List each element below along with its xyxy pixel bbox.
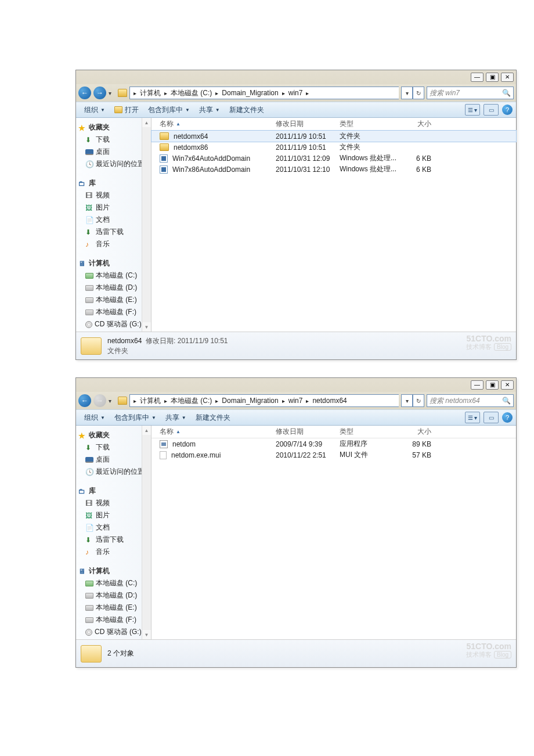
- sidebar-item-thunder[interactable]: ⬇迅雷下载: [78, 534, 149, 546]
- minimize-button[interactable]: —: [471, 380, 484, 390]
- column-header-size[interactable]: 大小: [396, 427, 437, 437]
- computer-header[interactable]: 🖥计算机: [78, 565, 149, 577]
- organize-menu[interactable]: 组织▼: [80, 105, 110, 115]
- breadcrumb[interactable]: ▸ 计算机 ▸ 本地磁盘 (C:) ▸ Domain_Migration ▸ w…: [129, 394, 399, 407]
- include-in-library-menu[interactable]: 包含到库中▼: [110, 413, 161, 423]
- sidebar-item-documents[interactable]: 📄文档: [78, 214, 149, 226]
- organize-menu[interactable]: 组织▼: [80, 413, 110, 423]
- library-header[interactable]: 🗀库: [78, 177, 149, 189]
- sidebar-item-cd-drive-g[interactable]: CD 驱动器 (G:): [78, 318, 149, 330]
- help-button[interactable]: ?: [502, 105, 513, 115]
- sidebar-item-documents[interactable]: 📄文档: [78, 521, 149, 534]
- sidebar-item-thunder[interactable]: ⬇迅雷下载: [78, 226, 149, 238]
- file-row[interactable]: netdom 2009/7/14 9:39 应用程序 89 KB: [151, 438, 516, 449]
- computer-header[interactable]: 🖥计算机: [78, 257, 149, 269]
- share-menu[interactable]: 共享▼: [161, 413, 191, 423]
- favorites-header[interactable]: ★收藏夹: [78, 121, 149, 134]
- folder-icon: [118, 397, 127, 405]
- sidebar-item-videos[interactable]: 🎞视频: [78, 189, 149, 201]
- maximize-button[interactable]: ▣: [486, 73, 499, 82]
- sidebar-item-music[interactable]: ♪音乐: [78, 546, 149, 558]
- back-button[interactable]: ←: [78, 394, 91, 407]
- include-in-library-menu[interactable]: 包含到库中▼: [143, 105, 194, 115]
- watermark: 51CTO.com 技术博客Blog: [466, 334, 511, 351]
- file-row[interactable]: Win7x86AutoAddDomain 2011/10/31 12:10 Wi…: [151, 164, 516, 175]
- favorites-header[interactable]: ★收藏夹: [78, 429, 149, 441]
- sidebar-item-drive-e[interactable]: 本地磁盘 (E:): [78, 294, 149, 306]
- preview-pane-button[interactable]: ▭: [484, 412, 499, 423]
- preview-pane-button[interactable]: ▭: [484, 104, 499, 116]
- recent-icon: 🕓: [85, 468, 93, 476]
- close-button[interactable]: ✕: [501, 380, 514, 390]
- forward-button[interactable]: →: [93, 87, 106, 99]
- column-header-date[interactable]: 修改日期: [276, 119, 340, 129]
- sidebar-item-drive-d[interactable]: 本地磁盘 (D:): [78, 589, 149, 602]
- sidebar-item-videos[interactable]: 🎞视频: [78, 497, 149, 509]
- crumb-computer[interactable]: 计算机: [138, 88, 163, 98]
- column-header-name[interactable]: 名称▲: [154, 427, 276, 437]
- sidebar-item-drive-c[interactable]: 本地磁盘 (C:): [78, 269, 149, 282]
- sidebar-item-pictures[interactable]: 🖼图片: [78, 509, 149, 521]
- drive-icon: [85, 273, 93, 279]
- sidebar-item-desktop[interactable]: 桌面: [78, 453, 149, 466]
- sidebar-item-desktop[interactable]: 桌面: [78, 146, 149, 158]
- new-folder-button[interactable]: 新建文件夹: [191, 413, 235, 423]
- column-header-date[interactable]: 修改日期: [276, 427, 340, 437]
- scroll-up-icon[interactable]: ▲: [142, 118, 151, 127]
- view-mode-button[interactable]: ☰ ▾: [465, 104, 480, 116]
- search-input[interactable]: 搜索 netdomx64 🔍: [427, 394, 514, 407]
- column-header-type[interactable]: 类型: [340, 119, 396, 129]
- crumb-netdomx64[interactable]: netdomx64: [310, 397, 349, 405]
- file-row[interactable]: netdom.exe.mui 2010/11/22 2:51 MUI 文件 57…: [151, 449, 516, 460]
- crumb-win7[interactable]: win7: [286, 397, 305, 405]
- address-dropdown-button[interactable]: ▾: [401, 87, 413, 99]
- help-button[interactable]: ?: [502, 412, 513, 423]
- refresh-button[interactable]: ↻: [413, 87, 424, 99]
- sidebar-item-downloads[interactable]: ⬇下载: [78, 441, 149, 453]
- scroll-down-icon[interactable]: ▼: [142, 630, 151, 639]
- address-dropdown-button[interactable]: ▾: [401, 394, 413, 407]
- nav-scrollbar[interactable]: ▲ ▼: [142, 426, 151, 639]
- sidebar-item-drive-f[interactable]: 本地磁盘 (F:): [78, 614, 149, 626]
- column-header-type[interactable]: 类型: [340, 427, 396, 437]
- maximize-button[interactable]: ▣: [486, 380, 499, 390]
- open-button[interactable]: 打开: [110, 105, 143, 115]
- file-row[interactable]: netdomx86 2011/11/9 10:51 文件夹: [151, 142, 516, 153]
- column-header-name[interactable]: 名称▲: [154, 119, 276, 129]
- new-folder-button[interactable]: 新建文件夹: [225, 105, 269, 115]
- sidebar-item-recent[interactable]: 🕓最近访问的位置: [78, 466, 149, 478]
- sidebar-item-pictures[interactable]: 🖼图片: [78, 201, 149, 214]
- breadcrumb[interactable]: ▸ 计算机 ▸ 本地磁盘 (C:) ▸ Domain_Migration ▸ w…: [129, 87, 399, 99]
- close-button[interactable]: ✕: [501, 73, 514, 82]
- view-mode-button[interactable]: ☰ ▾: [465, 412, 480, 423]
- sidebar-item-cd-drive-g[interactable]: CD 驱动器 (G:): [78, 626, 149, 638]
- sidebar-item-downloads[interactable]: ⬇下载: [78, 134, 149, 146]
- sidebar-item-recent[interactable]: 🕓最近访问的位置: [78, 158, 149, 170]
- nav-history-dropdown[interactable]: ▾: [109, 90, 116, 96]
- sidebar-item-drive-c[interactable]: 本地磁盘 (C:): [78, 577, 149, 589]
- scroll-down-icon[interactable]: ▼: [142, 322, 151, 332]
- forward-button[interactable]: →: [93, 394, 106, 407]
- column-header-size[interactable]: 大小: [396, 119, 437, 129]
- share-menu[interactable]: 共享▼: [194, 105, 225, 115]
- nav-scrollbar[interactable]: ▲ ▼: [142, 118, 151, 332]
- crumb-domain-migration[interactable]: Domain_Migration: [219, 397, 280, 405]
- sidebar-item-drive-d[interactable]: 本地磁盘 (D:): [78, 282, 149, 294]
- back-button[interactable]: ←: [78, 87, 91, 99]
- refresh-button[interactable]: ↻: [413, 394, 424, 407]
- sidebar-item-drive-e[interactable]: 本地磁盘 (E:): [78, 602, 149, 614]
- crumb-win7[interactable]: win7: [286, 89, 305, 97]
- library-header[interactable]: 🗀库: [78, 485, 149, 497]
- crumb-drive-c[interactable]: 本地磁盘 (C:): [168, 88, 214, 98]
- crumb-drive-c[interactable]: 本地磁盘 (C:): [168, 396, 214, 406]
- crumb-domain-migration[interactable]: Domain_Migration: [219, 89, 280, 97]
- sidebar-item-drive-f[interactable]: 本地磁盘 (F:): [78, 306, 149, 318]
- minimize-button[interactable]: —: [471, 73, 484, 82]
- file-row[interactable]: Win7x64AutoAddDomain 2011/10/31 12:09 Wi…: [151, 153, 516, 164]
- sidebar-item-music[interactable]: ♪音乐: [78, 238, 149, 250]
- scroll-up-icon[interactable]: ▲: [142, 426, 151, 435]
- search-input[interactable]: 搜索 win7 🔍: [427, 87, 514, 99]
- file-row[interactable]: netdomx64 2011/11/9 10:51 文件夹: [151, 131, 516, 142]
- nav-history-dropdown[interactable]: ▾: [109, 398, 116, 404]
- crumb-computer[interactable]: 计算机: [138, 396, 163, 406]
